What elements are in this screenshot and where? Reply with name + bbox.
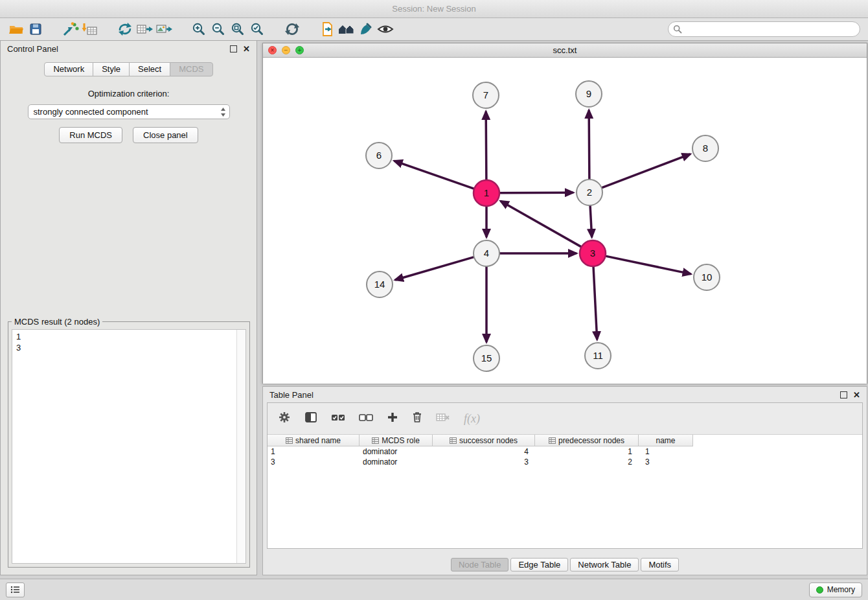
- network-graph-svg[interactable]: 7968124314101511: [263, 58, 867, 384]
- table-panel: Table Panel ✕: [262, 386, 867, 575]
- graph-edge[interactable]: [395, 161, 475, 189]
- graph-node-label: 2: [587, 187, 592, 198]
- window-zoom-icon[interactable]: +: [295, 46, 304, 54]
- table-cell[interactable]: 1: [639, 446, 693, 457]
- table-cell[interactable]: 3: [639, 457, 693, 467]
- table-cell[interactable]: 1: [535, 446, 639, 457]
- import-table-icon[interactable]: [80, 20, 100, 38]
- network-window-title: scc.txt: [553, 45, 577, 55]
- tab-mcds[interactable]: MCDS: [170, 62, 212, 76]
- graph-edge[interactable]: [501, 202, 582, 247]
- memory-button[interactable]: Memory: [809, 583, 862, 597]
- graph-edge[interactable]: [486, 112, 486, 180]
- zoom-out-icon[interactable]: [209, 20, 228, 38]
- table-cell[interactable]: 3: [268, 457, 360, 467]
- export-table-icon[interactable]: [135, 20, 154, 38]
- main-toolbar: [0, 18, 868, 41]
- control-panel: Control Panel ✕ Network Style Select MCD…: [0, 40, 257, 575]
- style-paint-icon[interactable]: [356, 20, 376, 38]
- status-bar: Memory: [0, 579, 868, 600]
- home-pair-icon[interactable]: [337, 20, 356, 38]
- close-panel-icon[interactable]: ✕: [243, 45, 250, 53]
- column-header-shared-name[interactable]: shared name: [268, 435, 360, 446]
- zoom-selected-icon[interactable]: [247, 20, 267, 38]
- graph-node-label: 14: [374, 279, 385, 290]
- tab-network[interactable]: Network: [44, 62, 93, 76]
- graph-edge[interactable]: [602, 154, 690, 188]
- window-title: Session: New Session: [392, 4, 475, 14]
- close-table-panel-icon[interactable]: ✕: [853, 391, 860, 399]
- column-header-successor-nodes[interactable]: successor nodes: [433, 435, 535, 446]
- settings-gear-icon[interactable]: [278, 411, 291, 426]
- delete-table-icon[interactable]: [436, 412, 450, 425]
- table-cell[interactable]: 2: [535, 457, 639, 467]
- table-panel-title: Table Panel: [269, 390, 314, 400]
- table-cell[interactable]: 3: [433, 457, 535, 467]
- visibility-eye-icon[interactable]: [376, 20, 395, 38]
- import-network-icon[interactable]: [61, 20, 80, 38]
- result-scrollbar[interactable]: [236, 330, 246, 563]
- graph-edge[interactable]: [396, 257, 474, 280]
- table-cell[interactable]: dominator: [360, 446, 433, 457]
- task-history-button[interactable]: [6, 583, 25, 597]
- table-cell[interactable]: 1: [268, 446, 360, 457]
- table-cell[interactable]: dominator: [360, 457, 433, 467]
- graph-node-label: 10: [702, 271, 713, 283]
- add-row-icon[interactable]: [387, 411, 398, 426]
- graph-edge[interactable]: [593, 266, 597, 339]
- column-header-name[interactable]: name: [639, 435, 693, 446]
- show-columns-icon[interactable]: [304, 411, 317, 426]
- network-canvas[interactable]: 7968124314101511: [263, 58, 867, 384]
- graph-node-label: 9: [586, 88, 591, 99]
- close-panel-button[interactable]: Close panel: [133, 127, 198, 143]
- table-panel-header: Table Panel ✕: [263, 387, 867, 402]
- graph-edge[interactable]: [606, 256, 691, 274]
- column-header-mcds-role[interactable]: MCDS role: [360, 435, 433, 446]
- select-all-icon[interactable]: [331, 413, 345, 424]
- column-header-predecessor-nodes[interactable]: predecessor nodes: [535, 435, 639, 446]
- memory-button-label: Memory: [827, 585, 855, 594]
- graph-edge[interactable]: [590, 205, 592, 237]
- function-builder-icon[interactable]: f(x): [464, 412, 480, 426]
- dropdown-stepper-icon: [220, 107, 226, 119]
- tab-node-table[interactable]: Node Table: [451, 558, 509, 571]
- export-image-icon[interactable]: [154, 20, 174, 38]
- memory-status-dot: [816, 586, 823, 594]
- table-header-row: shared name MCDS role successor nodes pr…: [268, 435, 862, 446]
- window-close-icon[interactable]: ×: [268, 46, 277, 54]
- tab-style[interactable]: Style: [93, 62, 130, 76]
- float-panel-icon[interactable]: [230, 45, 237, 52]
- dropdown-value: strongly connected component: [34, 107, 148, 117]
- zoom-in-icon[interactable]: [189, 20, 209, 38]
- zoom-fit-icon[interactable]: [228, 20, 247, 38]
- mcds-result-list[interactable]: 1 3: [12, 329, 246, 564]
- save-session-icon[interactable]: [26, 20, 45, 38]
- search-icon: [673, 25, 682, 34]
- table-cell[interactable]: 4: [433, 446, 535, 457]
- table-row[interactable]: 1dominator411: [268, 446, 862, 457]
- optimization-criterion-dropdown[interactable]: strongly connected component: [28, 104, 230, 119]
- run-mcds-button[interactable]: Run MCDS: [59, 127, 122, 143]
- open-folder-icon[interactable]: [6, 20, 26, 38]
- sort-icon: [549, 437, 556, 444]
- tab-select[interactable]: Select: [129, 62, 170, 76]
- table-toolbar: f(x): [268, 403, 862, 435]
- sort-icon: [286, 437, 293, 444]
- graph-edge[interactable]: [589, 111, 589, 179]
- graph-edge[interactable]: [499, 192, 573, 193]
- search-input[interactable]: [682, 23, 860, 36]
- table-row[interactable]: 3dominator323: [268, 457, 862, 467]
- float-table-panel-icon[interactable]: [840, 391, 847, 398]
- share-network-icon[interactable]: [115, 20, 135, 38]
- tab-network-table[interactable]: Network Table: [570, 558, 639, 571]
- clear-selection-icon[interactable]: [359, 413, 373, 424]
- tab-edge-table[interactable]: Edge Table: [510, 558, 568, 571]
- refresh-layout-icon[interactable]: [282, 20, 302, 38]
- tab-motifs[interactable]: Motifs: [641, 558, 679, 571]
- document-share-icon[interactable]: [317, 20, 337, 38]
- table-body[interactable]: 1dominator4113dominator323: [268, 446, 862, 548]
- search-box[interactable]: [668, 21, 860, 37]
- delete-row-trash-icon[interactable]: [412, 411, 422, 426]
- network-window-titlebar[interactable]: × − + scc.txt: [263, 43, 867, 58]
- window-minimize-icon[interactable]: −: [282, 46, 290, 54]
